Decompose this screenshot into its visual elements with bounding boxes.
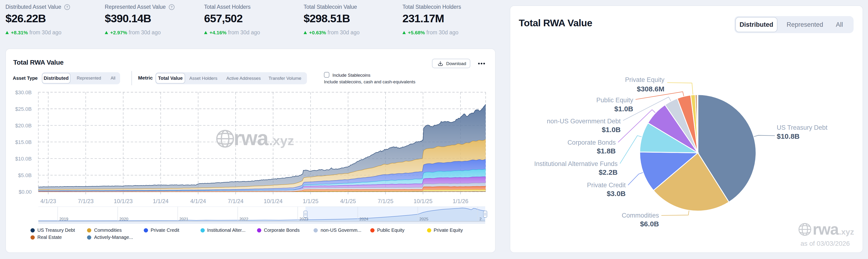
svg-text:10/1/24: 10/1/24	[264, 198, 283, 204]
svg-text:Corporate Bonds: Corporate Bonds	[567, 139, 616, 146]
svg-text:.xyz: .xyz	[269, 133, 294, 148]
svg-text:$0.00: $0.00	[19, 189, 32, 195]
svg-text:US Treasury Debt: US Treasury Debt	[777, 124, 828, 131]
svg-text:$1.0B: $1.0B	[602, 126, 621, 134]
svg-text:7/1/25: 7/1/25	[378, 198, 394, 204]
svg-text:$3.0B: $3.0B	[607, 190, 626, 197]
svg-text:rwa: rwa	[813, 221, 839, 238]
svg-text:$10.0B: $10.0B	[15, 156, 32, 162]
svg-text:2020: 2020	[119, 217, 128, 221]
svg-text:Private Credit: Private Credit	[587, 181, 626, 189]
svg-text:7/1/23: 7/1/23	[78, 198, 94, 204]
svg-text:2024: 2024	[360, 217, 368, 221]
svg-text:as of 03/03/2026: as of 03/03/2026	[800, 240, 850, 247]
svg-text:$25.0B: $25.0B	[15, 106, 32, 112]
svg-text:Private Equity: Private Equity	[625, 76, 664, 83]
svg-text:2019: 2019	[59, 217, 68, 221]
svg-text:$30.0B: $30.0B	[15, 89, 32, 95]
svg-text:$1.0B: $1.0B	[614, 105, 633, 113]
svg-text:Public Equity: Public Equity	[596, 96, 633, 104]
svg-text:Institutional Alternative Fund: Institutional Alternative Funds	[534, 160, 618, 167]
svg-text:10/1/23: 10/1/23	[114, 198, 133, 204]
svg-text:Commodities: Commodities	[622, 212, 659, 219]
svg-text:$10.8B: $10.8B	[777, 132, 800, 140]
svg-text:$15.0B: $15.0B	[15, 139, 32, 145]
svg-text:$20.0B: $20.0B	[15, 123, 32, 128]
svg-text:4/1/23: 4/1/23	[40, 198, 56, 204]
svg-text:4/1/24: 4/1/24	[190, 198, 206, 204]
svg-text:2022: 2022	[239, 217, 248, 221]
svg-text:$1.8B: $1.8B	[597, 147, 616, 155]
svg-text:$6.0B: $6.0B	[640, 220, 659, 228]
svg-text:$5.0B: $5.0B	[18, 172, 32, 178]
svg-text:10/1/25: 10/1/25	[413, 198, 432, 204]
svg-text:$308.6M: $308.6M	[637, 85, 664, 93]
svg-text:7/1/24: 7/1/24	[228, 198, 244, 204]
svg-text:2025: 2025	[420, 217, 429, 221]
svg-text:non-US Government Debt: non-US Government Debt	[547, 118, 621, 125]
svg-text:2023: 2023	[299, 217, 308, 221]
svg-text:4/1/25: 4/1/25	[340, 198, 356, 204]
svg-text:1/1/26: 1/1/26	[453, 198, 468, 204]
svg-text:2021: 2021	[180, 217, 188, 221]
svg-text:.xyz: .xyz	[839, 227, 854, 236]
svg-text:rwa: rwa	[234, 126, 269, 150]
svg-text:1/1/25: 1/1/25	[303, 198, 318, 204]
svg-text:1/1/24: 1/1/24	[153, 198, 168, 204]
svg-text:$2.2B: $2.2B	[599, 168, 618, 176]
